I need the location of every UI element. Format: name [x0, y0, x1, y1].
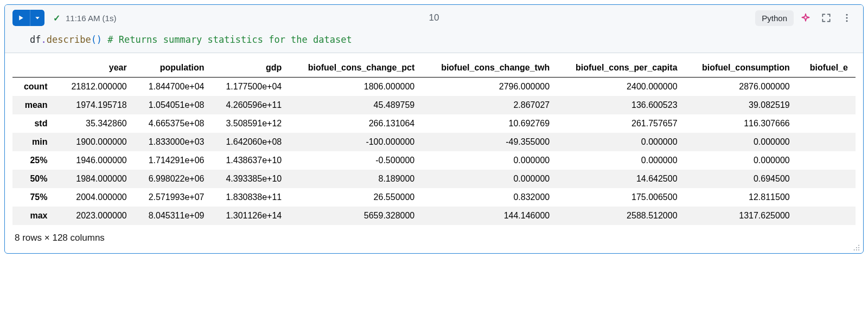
table-cell: 0.000000: [685, 151, 797, 170]
table-cell: 1.054051e+08: [135, 96, 212, 114]
table-cell: 1900.000000: [57, 133, 134, 151]
table-row: mean1974.1957181.054051e+084.260596e+114…: [12, 96, 856, 114]
dataframe-table: year population gdp biofuel_cons_change_…: [12, 59, 856, 225]
run-button[interactable]: [12, 10, 30, 26]
table-cell: 2796.000000: [422, 78, 557, 96]
success-check-icon: ✓: [53, 13, 60, 23]
run-options-button[interactable]: [30, 10, 44, 26]
row-index: std: [12, 114, 57, 133]
column-header: population: [135, 59, 212, 78]
svg-rect-9: [856, 249, 857, 250]
svg-marker-0: [19, 16, 23, 21]
svg-rect-5: [858, 245, 859, 246]
table-cell: [797, 188, 856, 207]
resize-handle-icon[interactable]: [852, 243, 860, 251]
table-cell: 1974.195718: [57, 96, 134, 114]
table-row: min1900.0000001.833000e+031.642060e+08-1…: [12, 133, 856, 151]
table-row: 75%2004.0000002.571993e+071.830838e+1126…: [12, 188, 856, 207]
table-cell: 1806.000000: [289, 78, 422, 96]
table-cell: 35.342860: [57, 114, 134, 133]
table-cell: [797, 78, 856, 96]
table-cell: 1946.000000: [57, 151, 134, 170]
table-cell: 0.000000: [557, 151, 685, 170]
table-row: 50%1984.0000006.998022e+064.393385e+108.…: [12, 170, 856, 188]
table-row: count21812.0000001.844700e+041.177500e+0…: [12, 78, 856, 96]
table-cell: 4.665375e+08: [135, 114, 212, 133]
row-index: 75%: [12, 188, 57, 207]
table-cell: [797, 151, 856, 170]
table-cell: 2400.000000: [557, 78, 685, 96]
table-cell: 26.550000: [289, 188, 422, 207]
index-header: [12, 59, 57, 78]
table-cell: 8.189000: [289, 170, 422, 188]
table-cell: 4.260596e+11: [212, 96, 289, 114]
code-method: describe: [47, 34, 91, 45]
table-cell: 0.694500: [685, 170, 797, 188]
right-toolbar: Python: [755, 9, 856, 27]
table-cell: [797, 207, 856, 225]
execution-count: 10: [429, 12, 439, 23]
table-cell: 2588.512000: [557, 207, 685, 225]
language-selector[interactable]: Python: [755, 10, 794, 26]
table-cell: [797, 170, 856, 188]
column-header: biofuel_cons_change_twh: [422, 59, 557, 78]
table-row: 25%1946.0000001.714291e+061.438637e+10-0…: [12, 151, 856, 170]
column-header: biofuel_e: [797, 59, 856, 78]
svg-point-3: [846, 17, 848, 19]
table-cell: 1984.000000: [57, 170, 134, 188]
table-dimensions: 8 rows × 128 columns: [12, 225, 856, 249]
svg-point-2: [846, 14, 848, 16]
more-options-icon[interactable]: [838, 9, 856, 27]
row-index: count: [12, 78, 57, 96]
table-cell: 1.714291e+06: [135, 151, 212, 170]
table-cell: 0.000000: [422, 151, 557, 170]
table-row: max2023.0000008.045311e+091.301126e+1456…: [12, 207, 856, 225]
table-cell: 6.998022e+06: [135, 170, 212, 188]
svg-rect-8: [858, 249, 859, 250]
cell-toolbar: ✓ 11:16 AM (1s) 10 Python: [5, 5, 863, 29]
table-cell: -49.355000: [422, 133, 557, 151]
table-row: std35.3428604.665375e+083.508591e+12266.…: [12, 114, 856, 133]
table-cell: 2.867027: [422, 96, 557, 114]
svg-rect-10: [854, 249, 855, 250]
table-cell: [797, 96, 856, 114]
table-cell: 1.642060e+08: [212, 133, 289, 151]
table-cell: 175.006500: [557, 188, 685, 207]
table-cell: 1.833000e+03: [135, 133, 212, 151]
row-index: mean: [12, 96, 57, 114]
svg-point-4: [846, 20, 848, 22]
column-header: biofuel_cons_change_pct: [289, 59, 422, 78]
table-cell: -100.000000: [289, 133, 422, 151]
column-header: year: [57, 59, 134, 78]
table-cell: 0.832000: [422, 188, 557, 207]
table-cell: -0.500000: [289, 151, 422, 170]
code-editor[interactable]: df.describe() # Returns summary statisti…: [5, 29, 863, 53]
ai-assist-icon[interactable]: [797, 9, 814, 27]
table-cell: 261.757657: [557, 114, 685, 133]
notebook-cell: ✓ 11:16 AM (1s) 10 Python df.desc: [4, 4, 864, 254]
table-cell: 0.000000: [557, 133, 685, 151]
column-header: biofuel_cons_per_capita: [557, 59, 685, 78]
table-cell: 1.177500e+04: [212, 78, 289, 96]
column-header: biofuel_consumption: [685, 59, 797, 78]
row-index: max: [12, 207, 57, 225]
svg-rect-6: [858, 247, 859, 248]
table-cell: [797, 114, 856, 133]
table-cell: 2023.000000: [57, 207, 134, 225]
table-cell: 1.830838e+11: [212, 188, 289, 207]
expand-icon[interactable]: [818, 9, 835, 27]
table-cell: 45.489759: [289, 96, 422, 114]
table-cell: 21812.000000: [57, 78, 134, 96]
table-cell: 39.082519: [685, 96, 797, 114]
table-cell: 136.600523: [557, 96, 685, 114]
row-index: min: [12, 133, 57, 151]
table-cell: 1.438637e+10: [212, 151, 289, 170]
table-cell: 266.131064: [289, 114, 422, 133]
table-cell: 1317.625000: [685, 207, 797, 225]
table-cell: 1.301126e+14: [212, 207, 289, 225]
execution-timestamp: 11:16 AM (1s): [66, 14, 116, 23]
code-comment: # Returns summary statistics for the dat…: [107, 34, 352, 45]
column-header: gdp: [212, 59, 289, 78]
table-cell: 10.692769: [422, 114, 557, 133]
table-cell: 5659.328000: [289, 207, 422, 225]
